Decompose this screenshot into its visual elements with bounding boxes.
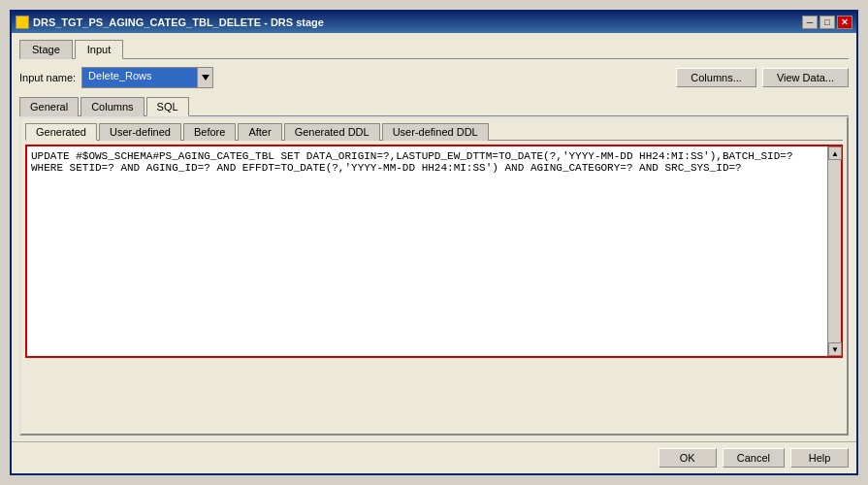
sub-tab-after[interactable]: After xyxy=(238,123,281,141)
sub-tab-user-defined-ddl[interactable]: User-defined DDL xyxy=(382,123,489,141)
scroll-track xyxy=(828,160,841,342)
sql-panel: Generated User-defined Before After Gene… xyxy=(19,116,849,436)
tab-stage[interactable]: Stage xyxy=(19,40,73,59)
svg-marker-0 xyxy=(202,75,209,81)
scrollbar-vertical[interactable]: ▲ ▼ xyxy=(827,146,841,356)
title-bar-title: DRS_TGT_PS_AGING_CATEG_TBL_DELETE - DRS … xyxy=(16,16,324,29)
window-title: DRS_TGT_PS_AGING_CATEG_TBL_DELETE - DRS … xyxy=(33,16,324,28)
input-name-combo: Delete_Rows xyxy=(81,67,213,88)
tab-columns[interactable]: Columns xyxy=(80,97,144,116)
tab-sql[interactable]: SQL xyxy=(146,97,189,116)
sql-text-area[interactable]: UPDATE #$OWS_SCHEMA#PS_AGING_CATEG_TBL S… xyxy=(27,146,827,356)
close-button[interactable]: ✕ xyxy=(837,16,852,29)
window-icon xyxy=(16,16,29,29)
minimize-button[interactable]: ─ xyxy=(802,16,818,29)
columns-button[interactable]: Columns... xyxy=(676,68,756,87)
sub-tab-user-defined[interactable]: User-defined xyxy=(99,123,181,141)
window-content: Stage Input Input name: Delete_Rows Colu… xyxy=(12,33,856,441)
bottom-bar: OK Cancel Help xyxy=(12,441,856,473)
scroll-up-button[interactable]: ▲ xyxy=(828,146,842,160)
scroll-down-button[interactable]: ▼ xyxy=(828,342,842,356)
sub-tab-before[interactable]: Before xyxy=(183,123,236,141)
main-window: DRS_TGT_PS_AGING_CATEG_TBL_DELETE - DRS … xyxy=(10,10,858,475)
sub-tab-generated[interactable]: Generated xyxy=(25,123,97,141)
sub-tab-generated-ddl[interactable]: Generated DDL xyxy=(284,123,380,141)
view-data-button[interactable]: View Data... xyxy=(762,68,849,87)
cancel-button[interactable]: Cancel xyxy=(723,448,785,468)
input-name-field[interactable]: Delete_Rows xyxy=(81,67,198,88)
input-name-label: Input name: xyxy=(19,72,76,83)
ok-button[interactable]: OK xyxy=(659,448,717,468)
tab-input[interactable]: Input xyxy=(75,40,123,59)
help-button[interactable]: Help xyxy=(790,448,849,468)
tab-general[interactable]: General xyxy=(19,97,79,116)
maximize-button[interactable]: □ xyxy=(820,16,835,29)
title-bar-buttons: ─ □ ✕ xyxy=(802,16,852,29)
input-name-dropdown[interactable] xyxy=(198,67,213,88)
title-bar: DRS_TGT_PS_AGING_CATEG_TBL_DELETE - DRS … xyxy=(12,12,856,33)
